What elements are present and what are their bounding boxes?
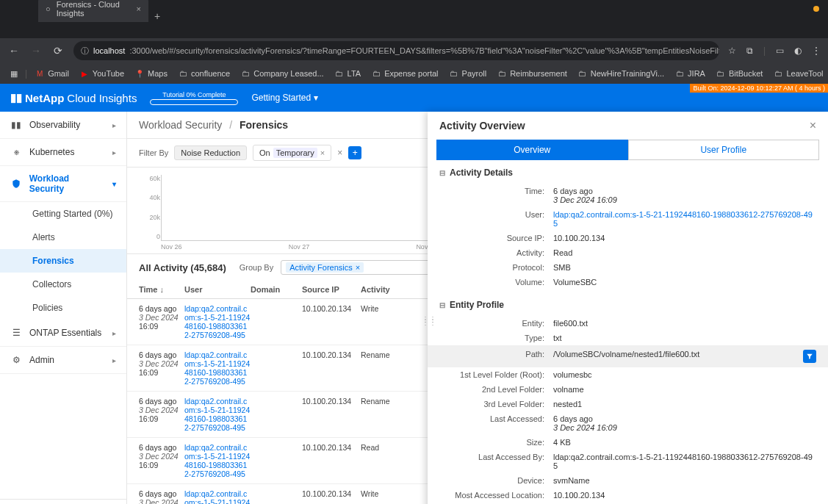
filter-by-label: Filter By [139,148,168,157]
detail-label: Size: [439,438,553,447]
close-icon[interactable]: × [137,4,141,13]
sidebar-minimize[interactable]: ◂ Minimize [0,499,126,504]
detail-label: 1st Level Folder (Root): [439,370,553,379]
bookmark-bitbucket[interactable]: BitBucket [713,67,766,80]
user-link[interactable]: ldap:qa2.contrail.com:s-1-5-21-119244816… [184,489,251,504]
sidebar-sub-policies[interactable]: Policies [0,296,126,320]
apps-icon[interactable]: ▦ [7,68,21,80]
bookmark-maps[interactable]: 📍Maps [132,67,170,80]
bookmark-jira[interactable]: JIRA [672,67,708,80]
detail-label: 2nd Level Folder: [439,385,553,394]
url-path: :3000/web/#/security/forensics/activityF… [129,46,719,55]
forward-button[interactable]: → [29,45,43,57]
section-title[interactable]: Entity Profile [439,300,816,310]
user-link[interactable]: ldap:qa2.contrail.com:s-1-5-21-119244816… [184,304,251,339]
sidebar-item-kubernetes[interactable]: ⎈ Kubernetes ▸ [0,139,126,166]
recorder-icon[interactable]: ▭ [776,46,784,56]
bookmark-gmail[interactable]: MGmail [32,67,72,80]
col-user[interactable]: User [184,285,251,294]
tab-overview[interactable]: Overview [436,140,628,160]
user-link[interactable]: ldap:qa2.contrail.com:s-1-5-21-119244816… [184,397,251,432]
activity-cell: Write [361,489,405,504]
sidebar-item-ontap[interactable]: ☰ ONTAP Essentials ▸ [0,320,126,347]
new-tab-button[interactable]: + [148,10,166,22]
time-cell: 6 days ago3 Dec 202416:09 [139,350,184,386]
user-link[interactable]: ldap:qa2.contrail.com:s-1-5-21-119244816… [184,443,251,478]
extensions-icon[interactable]: ⧉ [746,46,753,56]
url-input[interactable]: ⓘ localhost:3000/web/#/security/forensic… [73,41,719,60]
tutorial-progress[interactable]: Tutorial 0% Complete [150,91,238,105]
bars-icon: ▮▮ [10,119,22,131]
sidebar-item-label: Workload Security [29,173,105,194]
filter-noise-reduction[interactable]: Noise Reduction [174,145,247,160]
tab-user-profile[interactable]: User Profile [628,140,820,160]
detail-row: Device:svmName [439,473,816,488]
filter-on-temporary[interactable]: On Temporary × [253,145,331,161]
bookmark-confluence[interactable]: confluence [175,67,233,80]
section-title[interactable]: Activity Details [439,168,816,178]
chevron-down-icon: ▾ [314,93,318,103]
detail-value: VolumeSBC [553,278,816,287]
drag-handle-icon[interactable]: ⋮⋮⋮⋮ [422,318,436,324]
detail-row: 2nd Level Folder:volname [439,382,816,397]
breadcrumb-parent[interactable]: Workload Security [139,119,222,131]
sidebar-item-security[interactable]: Workload Security ▾ [0,166,126,202]
breadcrumb-sep: / [229,119,232,131]
bookmark-youtube[interactable]: ▶YouTube [76,67,127,80]
site-info-icon[interactable]: ⓘ [81,46,89,57]
detail-value[interactable]: ldap:qa2.contrail.com:s-1-5-21-119244816… [553,210,816,228]
app: Built On: 2024-12-09 10:12:27 AM ( 4 hou… [0,84,828,504]
ip-cell: 10.100.20.134 [302,397,361,432]
detail-value: 6 days ago3 Dec 2024 16:09 [553,187,816,204]
star-icon[interactable]: ☆ [728,46,736,56]
col-time[interactable]: Time ↓ [139,285,184,294]
activity-details-section: Activity Details Time:6 days ago3 Dec 20… [428,160,828,292]
group-by-label: Group By [240,263,273,272]
detail-row: 1st Level Folder (Root):volumesbc [439,367,816,382]
detail-label: 3rd Level Folder: [439,400,553,408]
browser-tab[interactable]: ○ Forensics - Cloud Insights × [38,0,148,22]
bookmark-company-leased[interactable]: Company Leased... [237,67,326,80]
close-icon[interactable]: × [356,263,360,272]
filter-icon[interactable] [803,350,816,363]
sidebar-sub-alerts[interactable]: Alerts [0,226,126,249]
detail-row: Activity:Read [439,245,816,260]
bookmark-payroll[interactable]: Payroll [446,67,490,80]
detail-label: Time: [439,187,553,195]
getting-started-label: Getting Started [251,93,311,103]
getting-started-menu[interactable]: Getting Started ▾ [251,93,318,103]
clear-filter-icon[interactable]: × [337,148,342,158]
profile-icon[interactable]: ◐ [794,46,802,56]
sidebar-sub-getting-started[interactable]: Getting Started (0%) [0,202,126,226]
sidebar-item-observability[interactable]: ▮▮ Observability ▸ [0,112,126,139]
menu-icon[interactable]: ⋮ [812,46,821,56]
bookmark-leave[interactable]: LeaveTool [770,67,826,80]
detail-value: 6 days ago3 Dec 2024 16:09 [553,414,816,432]
col-domain[interactable]: Domain [251,285,302,294]
chart-y-axis: 60k 40k 20k 0 [140,175,160,240]
bookmark-expense[interactable]: Expense portal [368,67,441,80]
col-activity[interactable]: Activity [361,285,405,294]
sidebar-item-label: Kubernetes [29,147,74,157]
chevron-down-icon: ▾ [112,180,116,188]
bookmark-lta[interactable]: LTA [331,67,364,80]
detail-value: 4 KB [553,438,816,447]
col-source-ip[interactable]: Source IP [302,285,361,294]
sidebar-sub-forensics[interactable]: Forensics [0,249,126,273]
bookmark-reimbursement[interactable]: Reimbursement [494,67,570,80]
add-filter-button[interactable]: + [348,146,361,159]
sidebar-item-admin[interactable]: ⚙ Admin ▸ [0,347,126,374]
close-icon[interactable]: × [810,119,816,132]
sidebar-sub-collectors[interactable]: Collectors [0,273,126,296]
bookmark-newhire[interactable]: NewHireTrainingVi... [575,67,667,80]
detail-label: Last Accessed: [439,414,553,423]
window-minimize-dot[interactable] [813,6,819,12]
back-button[interactable]: ← [7,45,21,57]
logo[interactable]: ▮▮ NetApp Cloud Insights [10,91,137,104]
reload-button[interactable]: ⟳ [51,45,65,57]
user-link[interactable]: ldap:qa2.contrail.com:s-1-5-21-119244816… [184,350,251,386]
chevron-right-icon: ▸ [112,121,116,129]
detail-row: Path:/VolumeSBC/volname/nested1/file600.… [428,345,828,367]
close-icon[interactable]: × [320,148,325,157]
time-cell: 6 days ago3 Dec 202416:09 [139,489,184,504]
